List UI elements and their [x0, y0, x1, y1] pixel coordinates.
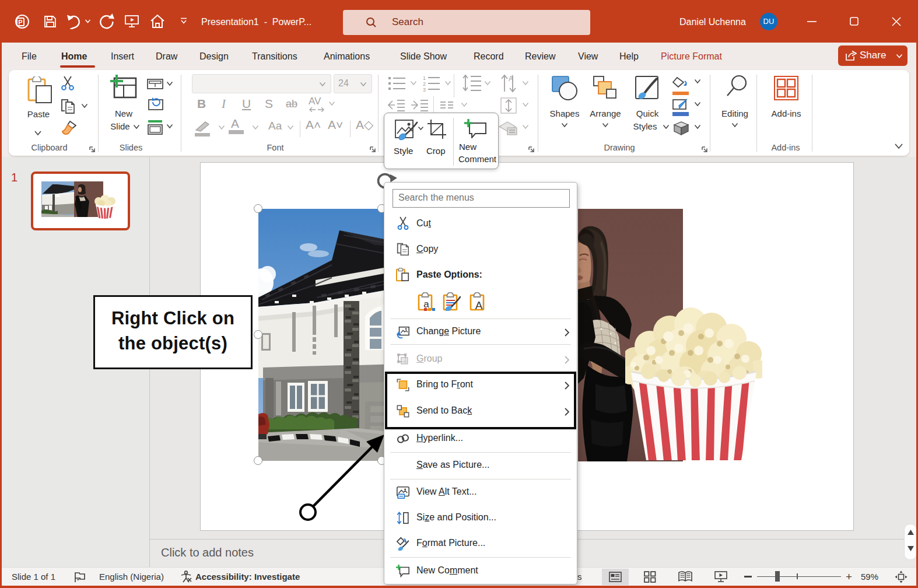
svg-text:A: A	[509, 75, 513, 83]
svg-text:P: P	[18, 19, 22, 26]
svg-text:3: 3	[423, 87, 426, 92]
svg-text:1: 1	[423, 75, 426, 81]
svg-text:2: 2	[423, 81, 426, 87]
svg-text:A: A	[475, 299, 483, 311]
